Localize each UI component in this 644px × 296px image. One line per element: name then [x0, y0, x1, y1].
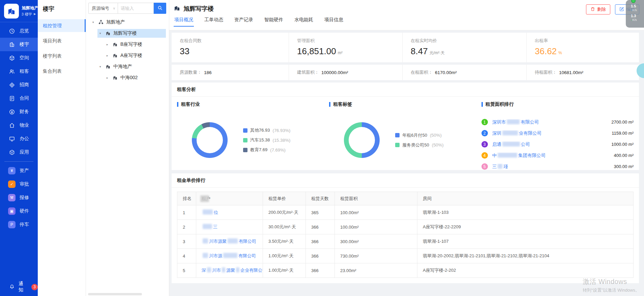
tenant-link[interactable]: 启通公司 — [492, 141, 607, 147]
delete-button[interactable]: 删除 — [586, 4, 610, 14]
sidebar-item-assets[interactable]: ¥资产 — [0, 164, 38, 177]
tenant-link[interactable]: 川市源有限公司 — [196, 249, 263, 263]
stat-在租合同数: 在租合同数33 — [172, 33, 289, 62]
legend-label: 年租6月付50 — [402, 132, 427, 138]
org-switcher[interactable]: 旭辉地产 3 楼宇▶ — [0, 0, 38, 22]
redaction-blur — [498, 164, 502, 169]
column-header: 租赁单价 — [263, 192, 306, 205]
sidebar-item-overview[interactable]: 总览 — [0, 24, 38, 38]
sidebar-item-repairs[interactable]: ⚒报修 — [0, 191, 38, 204]
legend-item[interactable]: 年租6月付50 (50%) — [395, 132, 443, 138]
tree-node-1[interactable]: ▾旭辉写字楼 — [97, 29, 166, 38]
sidebar-item-notifications[interactable]: 通知 3 — [0, 281, 38, 293]
tree-node-3[interactable]: ▸A座写字楼 — [105, 51, 166, 60]
bldg-icon — [113, 75, 118, 80]
stats-secondary-card: 房源数量：186建筑面积：100000.00m²在租面积：6170.00m²待租… — [172, 65, 639, 80]
search-input[interactable] — [118, 3, 154, 14]
network-speed-widget[interactable]: 1.5 ↑K/s 1.3 ↓K/s — [626, 0, 644, 28]
section-bar — [329, 102, 330, 107]
rank-badge: 2 — [481, 130, 488, 136]
tab-project-overview[interactable]: 项目概况 — [174, 17, 194, 27]
tenant-link[interactable]: 川市源聚有限公司 — [196, 234, 263, 249]
caret-right-icon[interactable]: ▸ — [107, 43, 110, 46]
caret-right-icon[interactable]: ▸ — [107, 54, 110, 57]
tags-section-title: 租客标签 — [333, 101, 352, 107]
tenant-link[interactable]: 三瑾 — [492, 164, 610, 170]
search-button[interactable] — [154, 3, 166, 14]
rank-badge: 4 — [481, 152, 488, 159]
download-speed: 1.3 — [631, 14, 644, 18]
legend-percent: (50%) — [432, 142, 444, 147]
submenu-item-project-list[interactable]: 项目列表 — [38, 34, 86, 47]
tree-node-5[interactable]: ▸中海002 — [105, 73, 166, 82]
sidebar-item-hardware[interactable]: ▣硬件 — [0, 204, 38, 218]
legend-item[interactable]: 服务类公司50 (50%) — [395, 142, 443, 148]
tree-node-row: ▾中海地产 — [86, 61, 169, 72]
table-row: 2三30.00元/m²·天366100.00m²A座写字楼-22-2209 — [177, 220, 634, 234]
legend-swatch — [243, 148, 247, 152]
legend-item[interactable]: 教育7.69 (7.69%) — [243, 147, 290, 153]
tenant-analysis-title: 租客分析 — [172, 87, 639, 97]
sidebar-item-buildings[interactable]: 楼宇 — [0, 38, 38, 51]
cell-days: 365 — [306, 205, 335, 220]
tenant-link[interactable]: 位 — [196, 205, 263, 220]
sidebar-item-parking[interactable]: P停车 — [0, 218, 38, 231]
sidebar-item-tenants[interactable]: 租客 — [0, 65, 38, 78]
caret-down-icon[interactable]: ▾ — [99, 65, 103, 68]
submenu-item-rent-control[interactable]: 租控管理 — [38, 19, 86, 32]
org-expand-icon[interactable]: ▶ — [34, 12, 36, 16]
substat-在租面积：: 在租面积：6170.00m² — [402, 65, 526, 80]
redaction-blur — [507, 119, 520, 124]
tenant-link[interactable]: 深川市源聚企业有限公司 — [196, 263, 263, 278]
table-row: 5深川市源聚企业有限公司1.00元/m²·天36623.00m²A座写字楼-2-… — [177, 263, 634, 278]
legend-item[interactable]: 汽车15.38 (15.38%) — [243, 137, 290, 143]
tab-asset-records[interactable]: 资产记录 — [234, 17, 254, 27]
text-fragment: 川市源 — [209, 253, 222, 258]
sidebar-item-spaces[interactable]: 空间 — [0, 51, 38, 65]
cell-rank: 5 — [177, 263, 196, 278]
house-icon — [9, 123, 15, 128]
tree-node-0[interactable]: ▾旭辉地产 — [90, 18, 166, 27]
tab-project-info[interactable]: 项目信息 — [324, 17, 344, 27]
tab-smart-hardware[interactable]: 智能硬件 — [264, 17, 284, 27]
sidebar-item-approvals[interactable]: ✓审批 — [0, 177, 38, 191]
tenant-link[interactable]: 深圳业有限公司 — [492, 130, 608, 136]
org-building-count: 3 楼宇 — [22, 11, 32, 17]
caret-right-icon[interactable]: ▸ — [107, 76, 110, 79]
submenu-item-collection-list[interactable]: 集合列表 — [38, 65, 86, 77]
area-rank-row: 4中集团有限公司400.00 m² — [481, 150, 634, 161]
cell-area: 100.00m² — [335, 220, 417, 234]
text-fragment: 三 — [492, 164, 497, 169]
sidebar-item-property[interactable]: 物业 — [0, 119, 38, 132]
tree-node-2[interactable]: ▸B座写字楼 — [105, 40, 166, 49]
diamond-icon — [9, 82, 15, 88]
tab-workorder-activity[interactable]: 工单动态 — [204, 17, 224, 27]
sidebar-item-office[interactable]: 办公 — [0, 132, 38, 145]
app-screen: 旭辉地产 3 楼宇▶ 总览楼宇空间租客招商合同财务物业办公应用¥资产✓审批⚒报修… — [0, 0, 644, 296]
tenant-link[interactable]: 深圳市有限公司 — [492, 119, 607, 125]
parking-icon: P — [8, 221, 16, 228]
stat-label: 在租合同数 — [180, 38, 289, 44]
rent-price-table: 排名租户租赁单价租赁天数租赁面积房间 1位200.00元/m²·天365100.… — [177, 192, 634, 278]
horizontal-scrollbar[interactable] — [88, 293, 142, 295]
text-fragment: 集团有限公司 — [518, 153, 546, 158]
sidebar-item-apps[interactable]: 应用 — [0, 145, 38, 159]
sidebar-item-label: 空间 — [20, 55, 29, 61]
tenant-link[interactable]: 中集团有限公司 — [492, 153, 610, 159]
sidebar-item-contracts[interactable]: 合同 — [0, 92, 38, 105]
caret-down-icon[interactable]: ▾ — [99, 32, 103, 35]
notifications-label: 通知 — [19, 281, 27, 293]
legend-item[interactable]: 其他76.93 (76.93%) — [243, 127, 290, 133]
tab-utility-consumption[interactable]: 水电能耗 — [294, 17, 314, 27]
tenant-link[interactable]: 三 — [196, 220, 263, 234]
search-filter-select[interactable]: 房源编号 ∨ — [88, 3, 118, 14]
substat-value: 6170.00m² — [435, 70, 457, 75]
bldg-icon — [106, 31, 111, 36]
tree-node-4[interactable]: ▾中海地产 — [97, 62, 166, 71]
submenu-item-building-list[interactable]: 楼宇列表 — [38, 50, 86, 62]
sidebar-item-finance[interactable]: 财务 — [0, 105, 38, 119]
sidebar-item-label: 物业 — [20, 122, 29, 128]
caret-down-icon[interactable]: ▾ — [92, 21, 96, 24]
sidebar-item-leasing[interactable]: 招商 — [0, 78, 38, 92]
module-submenu: 楼宇 租控管理项目列表楼宇列表集合列表 — [38, 0, 86, 296]
